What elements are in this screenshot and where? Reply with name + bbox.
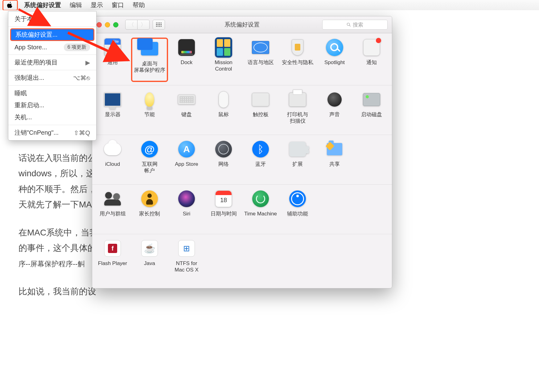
sound-icon xyxy=(327,92,342,107)
pref-desktop-screensaver[interactable]: 桌面与屏幕保护程序 xyxy=(131,38,168,82)
pref-mouse[interactable]: 鼠标 xyxy=(205,90,242,132)
trackpad-icon xyxy=(252,93,269,106)
pref-trackpad[interactable]: 触控板 xyxy=(242,90,279,132)
menu-about-this-mac[interactable]: 关于本机 xyxy=(8,13,96,25)
pref-mission-control[interactable]: MissionControl xyxy=(205,38,242,80)
pref-dock[interactable]: Dock xyxy=(168,38,205,80)
menu-restart[interactable]: 重新启动... xyxy=(8,99,96,111)
pref-extensions[interactable]: 扩展 xyxy=(279,139,316,181)
pref-parental-controls[interactable]: 家长控制 xyxy=(131,189,168,231)
sharing-icon xyxy=(327,143,342,155)
menubar-help[interactable]: 帮助 xyxy=(128,1,149,9)
pref-notifications[interactable]: 通知 xyxy=(353,38,390,80)
submenu-arrow-icon: ▶ xyxy=(85,59,90,66)
energy-icon xyxy=(145,92,154,107)
pref-sound[interactable]: 声音 xyxy=(316,90,353,132)
date-time-icon xyxy=(215,190,232,207)
window-traffic-lights xyxy=(97,22,118,27)
pref-ntfs[interactable]: ⊞NTFS forMac OS X xyxy=(168,239,205,280)
extensions-icon xyxy=(289,142,306,157)
ntfs-icon: ⊞ xyxy=(178,240,195,257)
security-icon xyxy=(290,39,305,55)
java-icon: ☕ xyxy=(141,240,158,257)
icloud-icon xyxy=(104,143,121,155)
parental-icon xyxy=(141,190,158,207)
prefs-icon-grid: 通用 桌面与屏幕保护程序 Dock MissionControl 语言与地区 安… xyxy=(92,33,392,284)
users-icon xyxy=(104,192,121,206)
notifications-icon xyxy=(363,39,380,56)
printer-icon xyxy=(289,92,306,107)
close-button[interactable] xyxy=(97,22,102,27)
keyboard-icon xyxy=(178,95,195,104)
accessibility-icon xyxy=(289,190,306,207)
menubar-view[interactable]: 显示 xyxy=(86,1,107,9)
desktop-icon xyxy=(141,42,158,55)
menu-system-preferences[interactable]: 系统偏好设置... xyxy=(10,28,94,41)
pref-startup-disk[interactable]: 启动磁盘 xyxy=(353,90,390,132)
nav-back-button[interactable]: 〈 xyxy=(125,20,138,30)
pref-bluetooth[interactable]: ᛒ蓝牙 xyxy=(242,139,279,181)
pref-spotlight[interactable]: Spotlight xyxy=(316,38,353,80)
system-menubar: 系统偏好设置 编辑 显示 窗口 帮助 xyxy=(0,0,539,10)
show-all-button[interactable] xyxy=(153,20,165,30)
menu-recent-items[interactable]: 最近使用的项目▶ xyxy=(8,56,96,68)
pref-icloud[interactable]: iCloud xyxy=(94,139,131,181)
menubar-app-name[interactable]: 系统偏好设置 xyxy=(20,1,65,9)
prefs-titlebar: 〈 〉 系统偏好设置 搜索 xyxy=(92,16,392,33)
pref-security-privacy[interactable]: 安全性与隐私 xyxy=(279,38,316,80)
network-icon xyxy=(215,141,232,157)
app-store-update-badge: 6 项更新 xyxy=(64,43,90,51)
pref-displays[interactable]: 显示器 xyxy=(94,90,131,132)
pref-time-machine[interactable]: Time Machine xyxy=(242,189,279,231)
dock-icon xyxy=(178,39,195,56)
bluetooth-icon: ᛒ xyxy=(252,141,269,157)
app-store-icon xyxy=(178,141,195,157)
search-icon xyxy=(347,22,351,27)
pref-flash-player[interactable]: fFlash Player xyxy=(94,239,131,280)
spotlight-icon xyxy=(326,39,343,56)
pref-network[interactable]: 网络 xyxy=(205,139,242,181)
pref-keyboard[interactable]: 键盘 xyxy=(168,90,205,132)
menubar-edit[interactable]: 编辑 xyxy=(65,1,86,9)
apple-dropdown-menu: 关于本机 系统偏好设置... App Store...6 项更新 最近使用的项目… xyxy=(8,11,97,141)
pref-app-store[interactable]: App Store xyxy=(168,139,205,181)
menu-sleep[interactable]: 睡眠 xyxy=(8,87,96,99)
mission-control-icon xyxy=(215,37,232,58)
startup-disk-icon xyxy=(363,93,380,106)
system-preferences-window: 〈 〉 系统偏好设置 搜索 通用 桌面与屏幕保护程序 Dock MissionC… xyxy=(92,16,392,288)
menu-app-store[interactable]: App Store...6 项更新 xyxy=(8,42,96,53)
pref-users-groups[interactable]: 用户与群组 xyxy=(94,189,131,231)
search-field[interactable]: 搜索 xyxy=(322,20,388,30)
flash-icon: f xyxy=(104,240,121,257)
pref-accessibility[interactable]: 辅助功能 xyxy=(279,189,316,231)
internet-accounts-icon: @ xyxy=(141,141,158,157)
pref-java[interactable]: ☕Java xyxy=(131,239,168,280)
display-icon xyxy=(104,92,121,107)
general-icon xyxy=(104,38,121,57)
mouse-icon xyxy=(219,91,228,108)
pref-sharing[interactable]: 共享 xyxy=(316,139,353,181)
minimize-button[interactable] xyxy=(105,22,110,27)
pref-internet-accounts[interactable]: @互联网帐户 xyxy=(131,139,168,181)
zoom-button[interactable] xyxy=(113,22,118,27)
nav-forward-button[interactable]: 〉 xyxy=(138,20,150,30)
pref-energy-saver[interactable]: 节能 xyxy=(131,90,168,132)
menu-shutdown[interactable]: 关机... xyxy=(8,111,96,123)
menu-force-quit[interactable]: 强制退出...⌥⌘⎋ xyxy=(8,72,96,84)
pref-general[interactable]: 通用 xyxy=(94,38,131,80)
pref-date-time[interactable]: 日期与时间 xyxy=(205,189,242,231)
menu-logout[interactable]: 注销"CnPeng"...⇧⌘Q xyxy=(8,127,96,139)
pref-siri[interactable]: Siri xyxy=(168,189,205,231)
language-icon xyxy=(252,41,269,54)
time-machine-icon xyxy=(252,190,269,207)
apple-menu-icon[interactable] xyxy=(2,0,18,11)
pref-printers-scanners[interactable]: 打印机与扫描仪 xyxy=(279,90,316,132)
menubar-window[interactable]: 窗口 xyxy=(107,1,128,9)
pref-language-region[interactable]: 语言与地区 xyxy=(242,38,279,80)
siri-icon xyxy=(178,190,195,207)
